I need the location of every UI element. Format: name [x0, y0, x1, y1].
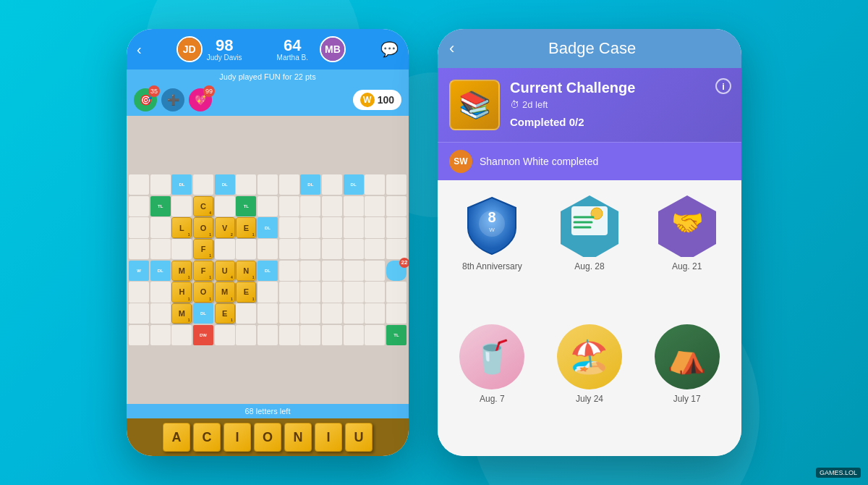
badge-aug28-label: Aug. 28: [574, 261, 604, 271]
cell: [129, 282, 149, 302]
player2-name: Martha B.: [277, 54, 308, 62]
cell-tl: TL: [236, 196, 256, 216]
player1-score: 98: [216, 38, 233, 54]
cell: [386, 239, 407, 259]
badge-july24-icon: 🏖️: [557, 324, 622, 389]
cell: [279, 261, 299, 281]
cell: [365, 217, 385, 237]
watermark: GAMES.LOL: [816, 468, 861, 478]
badge-july17-icon: ⛺: [655, 324, 720, 389]
powerup-1[interactable]: 🎯 35: [134, 88, 157, 111]
tile-v: V2: [215, 217, 235, 237]
cell: [365, 174, 385, 195]
tile-n: N1: [236, 261, 256, 281]
tile-e3: E1: [215, 303, 235, 324]
powerup-3[interactable]: 💖 99: [189, 88, 212, 111]
shannon-name: Shannon White: [480, 156, 549, 167]
tile-m2: M1: [215, 282, 235, 302]
cell: [279, 325, 299, 345]
tile-f2: F1: [193, 261, 213, 281]
rack-tile-n[interactable]: N: [284, 423, 312, 452]
cell: [386, 174, 407, 195]
cell: 22: [386, 261, 407, 281]
challenge-progress: Completed 0/2: [510, 116, 730, 128]
cell-tl: TL: [150, 196, 171, 216]
player1-name: Judy Davis: [207, 54, 242, 62]
tile-e2: E1: [236, 282, 256, 302]
cell: [300, 217, 320, 237]
player2-avatar-img: MB: [321, 38, 344, 61]
badge-aug28-icon: [557, 192, 622, 257]
cell: [344, 196, 364, 216]
player1-avatar-img: JD: [178, 38, 201, 61]
cell: [279, 174, 299, 195]
coins-display: W 100: [353, 90, 401, 110]
cell: [365, 196, 385, 216]
chat-icon[interactable]: 💬: [380, 41, 399, 58]
rack-tile-o[interactable]: O: [254, 423, 281, 452]
cell: [300, 196, 320, 216]
game-board: DL DL DL DL TL C4 T: [127, 116, 409, 404]
challenge-time: ⏱ 2d left: [510, 99, 730, 110]
tile-rack: A C I O N I U: [127, 418, 409, 456]
cell-dl: DL: [258, 261, 278, 281]
tile-u: U4: [215, 261, 235, 281]
cell: [129, 303, 149, 324]
power-up-icons: 🎯 35 ➕ 💖 99: [134, 88, 212, 111]
cell: [150, 282, 171, 302]
player2-score: 64: [284, 38, 301, 54]
badge-back-button[interactable]: ‹: [449, 39, 454, 58]
badge-anniversary[interactable]: 8 W 8th Anniversary: [449, 192, 535, 313]
badge-aug28[interactable]: Aug. 28: [547, 192, 633, 313]
cell: [386, 303, 407, 324]
cell: [258, 303, 278, 324]
cell: [258, 325, 278, 345]
player1-avatar: JD: [176, 36, 203, 62]
svg-text:🤝: 🤝: [671, 207, 703, 238]
badge-aug21[interactable]: 🤝 Aug. 21: [644, 192, 730, 313]
cell: [258, 282, 278, 302]
rack-tile-i2[interactable]: I: [315, 423, 342, 452]
tile-m: M1: [171, 261, 192, 281]
back-button[interactable]: ‹: [137, 41, 142, 58]
cell: [365, 325, 385, 345]
cell: [150, 325, 171, 345]
cell: [279, 282, 299, 302]
clock-icon: ⏱: [510, 99, 519, 110]
cell: [344, 217, 364, 237]
powerup-1-count: 35: [148, 85, 160, 97]
cell-dl: DL: [258, 217, 278, 237]
cell: [129, 174, 149, 195]
cell: [300, 261, 320, 281]
rack-tile-u[interactable]: U: [345, 423, 373, 452]
badge-july24[interactable]: 🏖️ July 24: [547, 324, 633, 445]
game-footer: 68 letters left: [127, 404, 409, 418]
cell-dl: DL: [300, 174, 320, 195]
challenge-badge-icon: 📚: [449, 80, 500, 130]
cell: [344, 325, 364, 345]
cell-dl: W: [129, 261, 149, 281]
cell: [322, 239, 342, 259]
powerup-2[interactable]: ➕: [161, 88, 184, 111]
cell: [258, 196, 278, 216]
cell: [236, 174, 256, 195]
badge-aug7[interactable]: 🥤 Aug. 7: [449, 324, 535, 445]
completed-bar: SW Shannon White completed: [438, 142, 741, 180]
cell: [300, 239, 320, 259]
rack-tile-c[interactable]: C: [193, 423, 221, 452]
cell-dl: DL: [171, 174, 192, 195]
rack-tile-a[interactable]: A: [163, 423, 190, 452]
player2-avatar: MB: [320, 36, 346, 62]
challenge-info-icon[interactable]: i: [715, 78, 731, 94]
cell: [236, 303, 256, 324]
cell: [322, 325, 342, 345]
tile-c: C4: [193, 196, 213, 216]
rack-tile-i[interactable]: I: [224, 423, 251, 452]
cell-tl: TL: [386, 325, 407, 345]
badge-july17[interactable]: ⛺ July 17: [644, 324, 730, 445]
badge-anniversary-label: 8th Anniversary: [462, 261, 522, 271]
cell: [215, 239, 235, 259]
cell: [386, 217, 407, 237]
cell-dl: DL: [215, 174, 235, 195]
cell: [279, 196, 299, 216]
